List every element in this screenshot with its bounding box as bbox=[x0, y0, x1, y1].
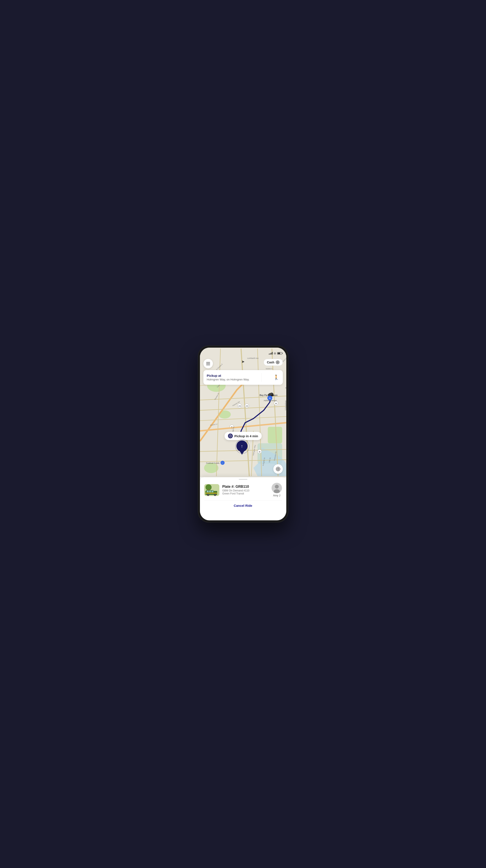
svg-point-72 bbox=[214, 494, 215, 495]
svg-rect-66 bbox=[209, 491, 211, 492]
menu-button[interactable] bbox=[203, 359, 213, 368]
signal-icon bbox=[269, 352, 273, 354]
pickup-divider bbox=[261, 373, 262, 382]
wifi-icon: ⊜ bbox=[274, 352, 276, 355]
vehicle-info: Plate #: GRB110 GBM On Demand #110 Green… bbox=[204, 483, 282, 501]
cancel-ride-button[interactable]: Cancel Ride bbox=[204, 504, 282, 507]
svg-point-61 bbox=[206, 484, 212, 490]
pickup-address: Holmgren Way, on Holmgren Way. bbox=[207, 378, 250, 381]
svg-point-55 bbox=[278, 469, 278, 469]
svg-text:Resch Center: Resch Center bbox=[285, 387, 286, 389]
vehicle-van-icon bbox=[204, 484, 219, 496]
phone-frame: ⊜ bbox=[198, 345, 288, 523]
pickup-time-badge: Pickup in 4 min bbox=[224, 432, 262, 440]
center-gps-button[interactable] bbox=[273, 464, 283, 474]
location-pin: ↑ bbox=[236, 440, 247, 452]
svg-rect-67 bbox=[212, 491, 213, 492]
vehicle-image bbox=[204, 484, 219, 496]
cash-button[interactable]: Cash bbox=[264, 359, 283, 366]
gps-icon bbox=[276, 467, 280, 471]
svg-text:172: 172 bbox=[245, 405, 248, 407]
pickup-banner: Pickup at Holmgren Way, on Holmgren Way.… bbox=[203, 370, 283, 385]
svg-text:172: 172 bbox=[238, 405, 241, 407]
pin-circle: ↑ bbox=[236, 440, 247, 452]
svg-point-70 bbox=[208, 494, 209, 495]
driver-name: Amy J bbox=[273, 494, 280, 497]
map-background: 41 bbox=[200, 348, 286, 477]
cash-coin-icon bbox=[276, 360, 280, 364]
svg-rect-68 bbox=[205, 493, 217, 494]
driver-info: Amy J bbox=[272, 483, 282, 497]
svg-point-74 bbox=[275, 485, 279, 489]
panel-handle bbox=[239, 479, 247, 480]
svg-text:🛍: 🛍 bbox=[269, 397, 271, 399]
svg-text:Subelo S: Subelo S bbox=[266, 368, 272, 370]
vehicle-plate: Plate #: GRB110 bbox=[222, 485, 269, 489]
svg-text:Lombardi Ave: Lombardi Ave bbox=[247, 357, 259, 359]
bottom-panel: Plate #: GRB110 GBM On Demand #110 Green… bbox=[200, 477, 286, 520]
pickup-text: Pickup at Holmgren Way, on Holmgren Way. bbox=[207, 374, 250, 381]
vehicle-details: Plate #: GRB110 GBM On Demand #110 Green… bbox=[222, 485, 269, 495]
driver-avatar bbox=[272, 483, 282, 493]
pickup-label: Pickup at bbox=[207, 374, 250, 377]
svg-text:S Broadway: S Broadway bbox=[284, 400, 286, 410]
driver-avatar-icon bbox=[272, 483, 282, 493]
map-svg: 41 bbox=[200, 348, 286, 477]
menu-icon bbox=[206, 362, 210, 365]
vehicle-type: Green Ford Transit bbox=[222, 492, 269, 495]
pickup-time-text: Pickup in 4 min bbox=[234, 434, 258, 438]
svg-text:32: 32 bbox=[275, 403, 277, 404]
location-arrow-icon: ➤ bbox=[241, 359, 245, 364]
svg-rect-4 bbox=[268, 427, 282, 443]
clock-icon bbox=[228, 434, 233, 438]
pin-arrow-icon: ↑ bbox=[241, 444, 243, 449]
phone-screen: ⊜ bbox=[200, 348, 286, 520]
map-area: 41 bbox=[200, 348, 286, 477]
battery-icon bbox=[277, 352, 282, 354]
svg-text:Festival Foods: Festival Foods bbox=[206, 462, 219, 464]
svg-text:🛒: 🛒 bbox=[221, 462, 223, 464]
walk-icon: 🚶 bbox=[273, 375, 279, 380]
cancel-ride-label: Cancel Ride bbox=[234, 504, 252, 507]
status-icons: ⊜ bbox=[269, 352, 282, 355]
vehicle-service: GBM On Demand #110 bbox=[222, 489, 269, 492]
status-bar: ⊜ bbox=[200, 348, 286, 357]
cash-label: Cash bbox=[267, 361, 274, 364]
svg-rect-65 bbox=[207, 491, 209, 492]
svg-text:32: 32 bbox=[259, 451, 261, 453]
